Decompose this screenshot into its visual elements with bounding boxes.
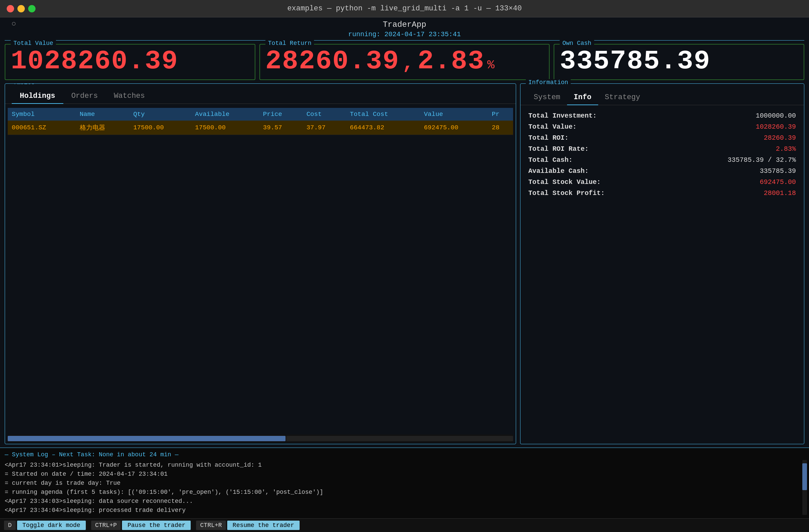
cell-qty: 17500.00: [130, 121, 191, 135]
table-header-row: Symbol Name Qty Available Price Cost Tot…: [8, 108, 513, 121]
col-price: Price: [259, 108, 303, 121]
info-val-stock-profit: 28001.18: [764, 189, 796, 197]
total-return-value1: 28260.39: [265, 48, 399, 75]
info-row-roi: Total ROI: 28260.39: [529, 134, 796, 142]
col-symbol: Symbol: [8, 108, 76, 121]
info-row-value: Total Value: 1028260.39: [529, 123, 796, 131]
tab-holdings[interactable]: Holdings: [12, 89, 63, 104]
info-panel: Information System Info Strategy Total I…: [520, 84, 804, 444]
scrollbar-thumb: [8, 436, 286, 441]
window-title: examples — python -m live_grid_multi -a …: [287, 4, 522, 13]
table-container[interactable]: Symbol Name Qty Available Price Cost Tot…: [5, 104, 516, 433]
col-pr: Pr: [488, 108, 513, 121]
total-return-separator: ,: [402, 53, 415, 73]
log-content: <Apr17 23:34:01>sleeping: Trader is star…: [5, 461, 804, 515]
log-line-2: = current day is trade day: True: [5, 479, 804, 488]
minimize-button[interactable]: [17, 5, 25, 12]
own-cash-display: 335785.39: [560, 48, 798, 75]
info-val-roi-rate: 2.83%: [776, 145, 796, 153]
info-val-roi: 28260.39: [764, 134, 796, 142]
action-dark-mode[interactable]: Toggle dark mode: [17, 520, 86, 530]
cell-price: 39.57: [259, 121, 303, 135]
cell-symbol: 000651.SZ: [8, 121, 76, 135]
log-scrollbar-thumb: [802, 463, 807, 490]
info-content: Total Investment: 1000000.00 Total Value…: [520, 105, 804, 204]
info-key-investment: Total Investment:: [529, 112, 597, 120]
log-header: — System Log – Next Task: None in about …: [5, 451, 804, 458]
maximize-button[interactable]: [28, 5, 36, 12]
system-log: — System Log – Next Task: None in about …: [0, 447, 809, 518]
key-ctrl-r: CTRL+R: [196, 520, 226, 530]
tab-orders[interactable]: Orders: [63, 89, 106, 104]
total-return-display: 28260.39 , 2.83 %: [265, 48, 544, 75]
info-key-cash: Total Cash:: [529, 156, 573, 164]
app-title: TraderApp: [383, 20, 426, 29]
holdings-table: Symbol Name Qty Available Price Cost Tot…: [8, 108, 513, 135]
horizontal-scrollbar[interactable]: [8, 435, 513, 443]
app-name-row: ○ TraderApp: [5, 17, 804, 30]
total-value-box: Total Value 1028260.39: [5, 44, 255, 80]
info-tab-strategy[interactable]: Strategy: [598, 90, 647, 105]
info-tabs-row: System Info Strategy: [520, 87, 804, 105]
info-val-cash: 335785.39 / 32.7%: [727, 156, 796, 164]
info-row-investment: Total Investment: 1000000.00: [529, 112, 796, 120]
own-cash-box: Own Cash 335785.39: [554, 44, 804, 80]
info-val-investment: 1000000.00: [756, 112, 796, 120]
action-pause[interactable]: Pause the trader: [122, 520, 191, 530]
info-row-stock-profit: Total Stock Profit: 28001.18: [529, 189, 796, 197]
info-val-value: 1028260.39: [756, 123, 796, 131]
info-val-stock-value: 692475.00: [760, 178, 796, 186]
info-tab-system[interactable]: System: [527, 90, 567, 105]
info-key-available-cash: Available Cash:: [529, 167, 589, 175]
info-key-stock-value: Total Stock Value:: [529, 178, 601, 186]
cell-value: 692475.00: [420, 121, 488, 135]
window-controls[interactable]: [7, 5, 36, 12]
info-key-stock-profit: Total Stock Profit:: [529, 189, 605, 197]
col-available: Available: [191, 108, 259, 121]
cell-available: 17500.00: [191, 121, 259, 135]
tables-panel: Tables Holdings Orders Watches Symbol Na…: [5, 84, 516, 444]
log-line-3: = running agenda (first 5 tasks): [('09:…: [5, 488, 804, 497]
col-qty: Qty: [130, 108, 191, 121]
close-button[interactable]: [7, 5, 14, 12]
scrollbar-end: [286, 436, 513, 441]
key-d: D: [4, 520, 16, 530]
col-cost: Cost: [302, 108, 346, 121]
cell-cost: 37.97: [302, 121, 346, 135]
info-val-available-cash: 335785.39: [760, 167, 796, 175]
log-title: System Log – Next Task: None in about 24…: [12, 451, 171, 458]
col-total-cost: Total Cost: [346, 108, 420, 121]
log-line-5: <Apr17 23:34:04>sleeping: processed trad…: [5, 506, 804, 515]
total-return-label: Total Return: [265, 40, 314, 47]
metrics-row: Total Value 1028260.39 Total Return 2826…: [0, 40, 809, 84]
col-value: Value: [420, 108, 488, 121]
tables-panel-label: Tables: [11, 84, 37, 86]
info-tab-info[interactable]: Info: [567, 90, 598, 105]
key-ctrl-p: CTRL+P: [91, 520, 121, 530]
log-line-1: = Started on date / time: 2024-04-17 23:…: [5, 470, 804, 479]
action-resume[interactable]: Resume the trader: [227, 520, 299, 530]
tables-tabs-row: Holdings Orders Watches: [5, 84, 516, 104]
total-return-box: Total Return 28260.39 , 2.83 %: [259, 44, 550, 80]
info-row-cash: Total Cash: 335785.39 / 32.7%: [529, 156, 796, 164]
info-key-roi: Total ROI:: [529, 134, 569, 142]
content-area: Tables Holdings Orders Watches Symbol Na…: [0, 84, 809, 447]
info-key-value: Total Value:: [529, 123, 577, 131]
total-value-display: 1028260.39: [11, 48, 249, 75]
col-name: Name: [76, 108, 130, 121]
running-status: running: 2024-04-17 23:35:41: [5, 30, 804, 40]
log-scrollbar[interactable]: [802, 460, 807, 515]
info-row-roi-rate: Total ROI Rate: 2.83%: [529, 145, 796, 153]
tab-watches[interactable]: Watches: [106, 89, 153, 104]
cell-name: 格力电器: [76, 121, 130, 135]
info-panel-label: Information: [526, 79, 571, 86]
spinner-icon: ○: [12, 19, 16, 28]
log-line-4: <Apr17 23:34:03>sleeping: data source re…: [5, 497, 804, 506]
cell-total-cost: 664473.82: [346, 121, 420, 135]
log-line-0: <Apr17 23:34:01>sleeping: Trader is star…: [5, 461, 804, 470]
status-row: ○ TraderApp running: 2024-04-17 23:35:41: [0, 17, 809, 40]
bottom-bar: D Toggle dark mode CTRL+P Pause the trad…: [0, 518, 809, 532]
cell-pr: 28: [488, 121, 513, 135]
own-cash-label: Own Cash: [560, 40, 594, 47]
info-row-stock-value: Total Stock Value: 692475.00: [529, 178, 796, 186]
